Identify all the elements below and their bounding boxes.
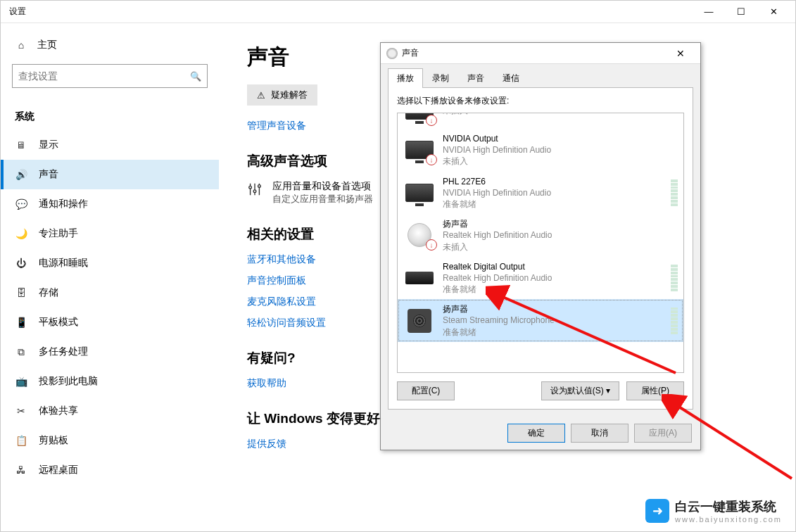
device-icon <box>403 307 436 335</box>
troubleshoot-button[interactable]: ⚠ 疑难解答 <box>247 84 317 106</box>
nav-icon: ⏻ <box>15 258 27 269</box>
device-subtitle: Realtek High Definition Audio <box>443 229 678 241</box>
sidebar-item-5[interactable]: 🗄存储 <box>1 278 219 308</box>
device-subtitle: Steam Streaming Microphone <box>443 315 664 326</box>
device-icon: ↓ <box>403 113 436 125</box>
sidebar-item-6[interactable]: 📱平板模式 <box>1 308 219 337</box>
nav-label: 存储 <box>39 286 58 299</box>
svg-point-1 <box>249 186 252 189</box>
close-button[interactable]: ✕ <box>757 1 790 23</box>
sidebar-item-2[interactable]: 💬通知和操作 <box>1 189 219 219</box>
sidebar-item-9[interactable]: ✂体验共享 <box>1 396 219 426</box>
dialog-titlebar: 声音 ✕ <box>381 43 700 64</box>
device-name: 扬声器 <box>443 303 664 315</box>
nav-label: 投影到此电脑 <box>39 375 98 388</box>
nav-icon: 📋 <box>15 435 27 446</box>
search-input[interactable] <box>18 70 190 82</box>
device-status: 准备就绪 <box>443 327 664 338</box>
properties-button[interactable]: 属性(P) <box>626 381 684 400</box>
watermark-text: 白云一键重装系统 <box>675 498 782 515</box>
svg-point-5 <box>258 185 261 188</box>
maximize-button[interactable]: ☐ <box>725 1 757 23</box>
apply-button[interactable]: 应用(A) <box>634 424 692 443</box>
device-row-0[interactable]: ↓未插入 <box>398 113 683 129</box>
device-subtitle: NVIDIA High Definition Audio <box>443 144 678 156</box>
device-name: PHL 227E6 <box>443 176 664 187</box>
nav-label: 远程桌面 <box>39 464 78 476</box>
instruction-text: 选择以下播放设备来修改设置: <box>397 95 684 107</box>
app-volume-subtitle: 自定义应用音量和扬声器 <box>272 193 373 205</box>
sidebar-item-11[interactable]: 🖧远程桌面 <box>1 455 219 485</box>
device-icon <box>403 179 436 207</box>
sidebar-item-4[interactable]: ⏻电源和睡眠 <box>1 248 219 278</box>
device-row-2[interactable]: PHL 227E6NVIDIA High Definition Audio准备就… <box>398 172 683 215</box>
unplugged-badge-icon: ↓ <box>426 115 437 126</box>
tab-通信[interactable]: 通信 <box>493 68 529 88</box>
nav-icon: 🖧 <box>15 464 27 476</box>
device-name: Realtek Digital Output <box>443 261 664 272</box>
warning-icon: ⚠ <box>257 90 265 101</box>
watermark-url: www.baiyunxitong.com <box>675 515 782 524</box>
level-meter <box>671 179 678 206</box>
nav-label: 专注助手 <box>39 227 78 240</box>
set-default-button[interactable]: 设为默认值(S) ▾ <box>541 381 619 400</box>
nav-icon: ⧉ <box>15 346 27 358</box>
tab-声音[interactable]: 声音 <box>458 68 493 88</box>
dialog-close-button[interactable]: ✕ <box>667 48 695 59</box>
nav-icon: 💬 <box>15 198 27 210</box>
device-status: 未插入 <box>443 113 678 116</box>
ok-button[interactable]: 确定 <box>507 424 565 443</box>
device-row-1[interactable]: ↓NVIDIA OutputNVIDIA High Definition Aud… <box>398 129 683 172</box>
nav-icon: 🗄 <box>15 287 27 298</box>
device-status: 准备就绪 <box>443 284 664 295</box>
search-box[interactable]: 🔍 <box>12 64 208 88</box>
sidebar-item-10[interactable]: 📋剪贴板 <box>1 426 219 455</box>
svg-point-3 <box>253 190 256 193</box>
device-list[interactable]: ↓未插入↓NVIDIA OutputNVIDIA High Definition… <box>397 113 684 373</box>
sidebar-item-0[interactable]: 🖥显示 <box>1 130 219 160</box>
tab-录制[interactable]: 录制 <box>423 68 458 88</box>
sidebar-item-1[interactable]: 🔊声音 <box>1 160 219 189</box>
device-icon: ↓ <box>403 221 436 249</box>
tab-播放[interactable]: 播放 <box>388 68 423 88</box>
home-link[interactable]: ⌂ 主页 <box>1 32 219 58</box>
nav-icon: 📱 <box>15 317 27 328</box>
sidebar-item-8[interactable]: 📺投影到此电脑 <box>1 367 219 396</box>
cancel-button[interactable]: 取消 <box>571 424 628 443</box>
device-icon: ↓ <box>403 136 436 164</box>
device-icon <box>403 264 436 292</box>
nav-label: 显示 <box>39 139 58 151</box>
sidebar: ⌂ 主页 🔍 系统 🖥显示🔊声音💬通知和操作🌙专注助手⏻电源和睡眠🗄存储📱平板模… <box>1 23 219 531</box>
home-icon: ⌂ <box>15 39 27 51</box>
search-icon: 🔍 <box>190 71 201 82</box>
nav-icon: 🌙 <box>15 228 27 239</box>
nav-icon: 🔊 <box>15 169 27 180</box>
sidebar-item-7[interactable]: ⧉多任务处理 <box>1 337 219 367</box>
app-volume-title: 应用音量和设备首选项 <box>272 180 373 193</box>
nav-label: 多任务处理 <box>39 346 88 358</box>
nav-icon: 🖥 <box>15 139 27 151</box>
nav-label: 平板模式 <box>39 316 78 329</box>
nav-label: 体验共享 <box>39 405 78 417</box>
device-name: 扬声器 <box>443 218 678 229</box>
nav-label: 剪贴板 <box>39 434 68 447</box>
device-row-4[interactable]: Realtek Digital OutputRealtek High Defin… <box>398 257 683 300</box>
watermark-logo-icon: ➜ <box>645 499 669 523</box>
device-row-3[interactable]: ↓扬声器Realtek High Definition Audio未插入 <box>398 214 683 257</box>
watermark: ➜ 白云一键重装系统 www.baiyunxitong.com <box>645 498 782 524</box>
device-name: NVIDIA Output <box>443 133 678 144</box>
sound-icon <box>386 48 398 59</box>
device-status: 未插入 <box>443 156 678 167</box>
device-subtitle: Realtek High Definition Audio <box>443 272 664 284</box>
sidebar-item-3[interactable]: 🌙专注助手 <box>1 219 219 248</box>
home-label: 主页 <box>37 39 57 51</box>
configure-button[interactable]: 配置(C) <box>397 381 455 400</box>
nav-label: 声音 <box>39 168 58 181</box>
device-row-5[interactable]: 扬声器Steam Streaming Microphone准备就绪 <box>398 299 683 342</box>
sliders-icon <box>247 180 263 199</box>
device-subtitle: NVIDIA High Definition Audio <box>443 187 664 198</box>
dialog-title: 声音 <box>402 47 419 59</box>
minimize-button[interactable]: — <box>693 1 725 23</box>
unplugged-badge-icon: ↓ <box>426 154 437 165</box>
unplugged-badge-icon: ↓ <box>426 239 437 251</box>
